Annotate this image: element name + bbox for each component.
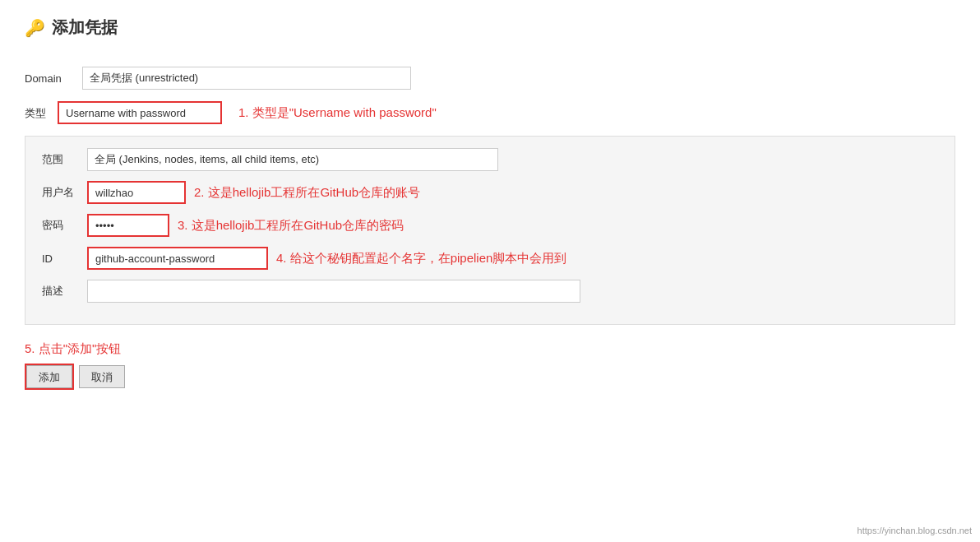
scope-input[interactable] [87,148,498,171]
type-label: 类型 [25,101,58,121]
type-row: 类型 1. 类型是"Username with password" [25,101,955,124]
cancel-button[interactable]: 取消 [79,365,125,388]
username-label: 用户名 [42,185,87,200]
password-input[interactable] [87,214,169,237]
description-row: 描述 [42,280,941,303]
page-title: 🔑 添加凭据 [25,16,955,47]
add-button[interactable]: 添加 [26,365,72,388]
type-input[interactable] [58,101,222,124]
watermark: https://yinchan.blog.csdn.net [858,526,972,535]
password-row: 密码 3. 这是hellojib工程所在GitHub仓库的密码 [42,214,941,237]
description-label: 描述 [42,284,87,299]
description-input[interactable] [87,280,580,303]
password-label: 密码 [42,218,87,233]
page-wrapper: 🔑 添加凭据 Domain 类型 1. 类型是"Username with pa… [0,0,980,542]
id-row: ID 4. 给这个秘钥配置起个名字，在pipelien脚本中会用到 [42,247,941,270]
id-label: ID [42,252,87,265]
type-annotation: 1. 类型是"Username with password" [238,105,437,121]
add-button-wrapper: 添加 [25,364,74,390]
button-row: 添加 取消 [25,364,955,390]
username-input[interactable] [87,181,186,204]
add-annotation: 5. 点击"添加"按钮 [25,341,955,357]
key-icon: 🔑 [25,18,45,38]
domain-row: Domain [25,67,955,90]
bottom-section: 5. 点击"添加"按钮 添加 取消 [25,341,955,390]
scope-row: 范围 [42,148,941,171]
inner-form: 范围 用户名 2. 这是hellojib工程所在GitHub仓库的账号 密码 3… [25,136,955,325]
domain-label: Domain [25,72,82,85]
type-row-content: 1. 类型是"Username with password" [58,101,437,124]
username-row: 用户名 2. 这是hellojib工程所在GitHub仓库的账号 [42,181,941,204]
username-annotation: 2. 这是hellojib工程所在GitHub仓库的账号 [194,185,420,201]
id-annotation: 4. 给这个秘钥配置起个名字，在pipelien脚本中会用到 [276,251,566,266]
title-text: 添加凭据 [52,16,118,39]
password-annotation: 3. 这是hellojib工程所在GitHub仓库的密码 [178,218,404,234]
domain-input[interactable] [82,67,411,90]
id-input[interactable] [87,247,268,270]
scope-label: 范围 [42,152,87,167]
